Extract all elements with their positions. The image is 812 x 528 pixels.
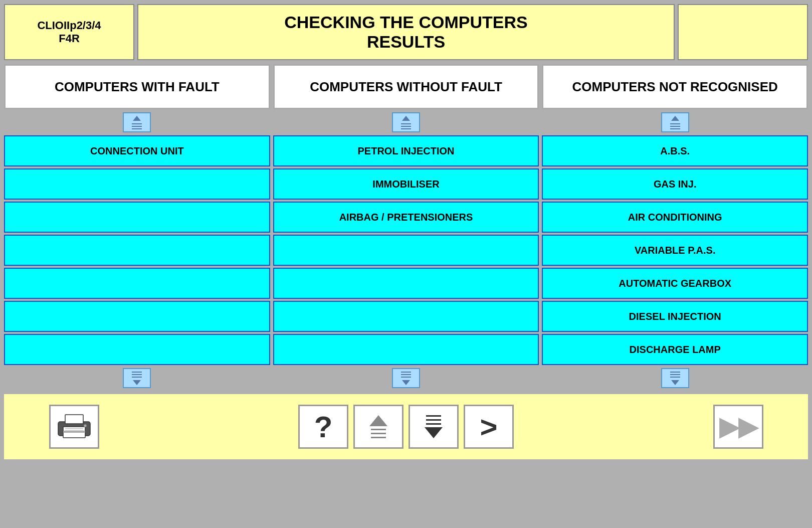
- vehicle-model: CLIOIIp2/3/4: [37, 19, 101, 32]
- column-without-fault: COMPUTERS WITHOUT FAULT PETROL INJECTION…: [273, 64, 539, 391]
- list-item[interactable]: IMMOBILISER: [273, 168, 539, 200]
- scroll-down-button[interactable]: [409, 405, 459, 449]
- list-item[interactable]: [4, 168, 270, 200]
- printer-icon: [54, 412, 94, 442]
- header-right: [678, 4, 808, 60]
- col3-list: A.B.S. GAS INJ. AIR CONDITIONING VARIABL…: [542, 135, 808, 365]
- list-item[interactable]: [4, 235, 270, 266]
- forward-button[interactable]: >: [464, 405, 514, 449]
- scroll-up-icon: [369, 415, 387, 438]
- header-title: CHECKING THE COMPUTERS RESULTS: [137, 4, 675, 60]
- col1-scroll-up[interactable]: [123, 112, 151, 132]
- scroll-down-icon: [425, 415, 443, 438]
- column-with-fault: COMPUTERS WITH FAULT CONNECTION UNIT: [4, 64, 270, 391]
- help-button[interactable]: ?: [298, 405, 348, 449]
- fast-forward-icon: ▶▶: [719, 412, 757, 441]
- svg-rect-2: [65, 415, 83, 424]
- list-item[interactable]: PETROL INJECTION: [273, 135, 539, 166]
- title-line2: RESULTS: [284, 32, 527, 52]
- col1-header: COMPUTERS WITH FAULT: [4, 64, 270, 109]
- col2-scroll-up[interactable]: [392, 112, 420, 132]
- fast-forward-button[interactable]: ▶▶: [713, 405, 763, 449]
- toolbar-left: [10, 405, 138, 449]
- col3-scroll-down[interactable]: [661, 368, 689, 388]
- list-item[interactable]: AIRBAG / PRETENSIONERS: [273, 202, 539, 233]
- scroll-up-button[interactable]: [353, 405, 403, 449]
- list-item[interactable]: DIESEL INJECTION: [542, 301, 808, 332]
- forward-icon: >: [480, 410, 497, 444]
- question-mark-icon: ?: [314, 410, 333, 444]
- list-item[interactable]: [4, 301, 270, 332]
- list-item[interactable]: A.B.S.: [542, 135, 808, 166]
- list-item[interactable]: GAS INJ.: [542, 168, 808, 200]
- list-item[interactable]: [273, 334, 539, 365]
- col3-scroll-up[interactable]: [661, 112, 689, 132]
- col2-header: COMPUTERS WITHOUT FAULT: [273, 64, 539, 109]
- col1-list: CONNECTION UNIT: [4, 135, 270, 365]
- col2-list: PETROL INJECTION IMMOBILISER AIRBAG / PR…: [273, 135, 539, 365]
- list-item[interactable]: AUTOMATIC GEARBOX: [542, 268, 808, 299]
- list-item[interactable]: [4, 334, 270, 365]
- col3-header: COMPUTERS NOT RECOGNISED: [542, 64, 808, 109]
- col2-scroll-down[interactable]: [392, 368, 420, 388]
- list-item[interactable]: AIR CONDITIONING: [542, 202, 808, 233]
- list-item[interactable]: [4, 202, 270, 233]
- list-item[interactable]: [273, 301, 539, 332]
- printer-button[interactable]: [49, 405, 99, 449]
- header-left: CLIOIIp2/3/4 F4R: [4, 4, 134, 60]
- list-item[interactable]: DISCHARGE LAMP: [542, 334, 808, 365]
- toolbar-center: ? >: [138, 405, 674, 449]
- list-item[interactable]: [4, 268, 270, 299]
- list-item[interactable]: [273, 268, 539, 299]
- column-not-recognised: COMPUTERS NOT RECOGNISED A.B.S. GAS INJ.…: [542, 64, 808, 391]
- vehicle-engine: F4R: [37, 32, 101, 45]
- col1-scroll-down[interactable]: [123, 368, 151, 388]
- title-line1: CHECKING THE COMPUTERS: [284, 13, 527, 32]
- svg-point-6: [84, 424, 87, 427]
- list-item[interactable]: [273, 235, 539, 266]
- toolbar-right: ▶▶: [674, 405, 802, 449]
- toolbar: ? >: [4, 394, 808, 459]
- list-item[interactable]: CONNECTION UNIT: [4, 135, 270, 166]
- list-item[interactable]: VARIABLE P.A.S.: [542, 235, 808, 266]
